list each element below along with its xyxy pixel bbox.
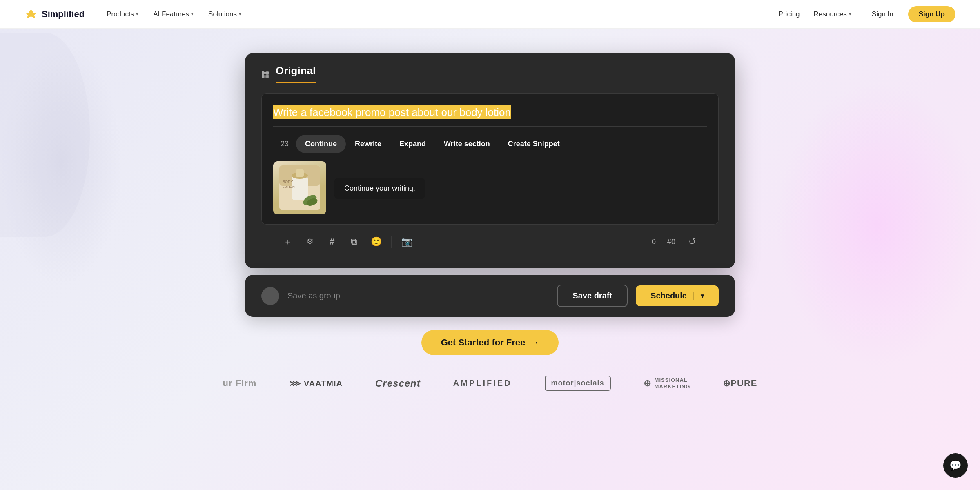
ai-features-chevron-icon: ▾ — [191, 11, 194, 17]
nav-solutions[interactable]: Solutions ▾ — [203, 7, 247, 22]
missional-label: MISSIONALMARKETING — [655, 377, 690, 390]
nav-resources[interactable]: Resources ▾ — [808, 7, 857, 22]
create-snippet-button[interactable]: Create Snippet — [499, 135, 569, 153]
layers-icon[interactable]: ⧉ — [344, 232, 364, 252]
lotion-illustration: BODY LOTION — [275, 163, 324, 212]
schedule-label: Schedule — [650, 291, 693, 301]
add-icon[interactable]: ＋ — [278, 232, 298, 252]
hash-count: #0 — [662, 238, 680, 246]
save-draft-button[interactable]: Save draft — [557, 285, 628, 307]
chat-icon: 💬 — [949, 460, 962, 471]
brand-missional: ⊕ MISSIONALMARKETING — [644, 377, 690, 390]
icons-row: ＋ ❄ # ⧉ 🙂 📷 0 #0 ↺ — [261, 225, 719, 258]
toolbar-row: 23 Continue Rewrite Expand Write section… — [273, 126, 707, 153]
aatmia-wing-icon: ⋙ — [289, 379, 301, 388]
solutions-chevron-icon: ▾ — [239, 11, 241, 17]
svg-marker-0 — [25, 9, 37, 18]
brand-motorsocials: motor|socials — [545, 376, 611, 391]
brand-aatmia: ⋙ VAATMIA — [289, 379, 343, 388]
snowflake-icon[interactable]: ❄ — [300, 232, 320, 252]
hashtag-icon[interactable]: # — [322, 232, 342, 252]
brand-crescent: Crescent — [375, 378, 421, 389]
navbar: Simplified Products ▾ AI Features ▾ Solu… — [0, 0, 980, 29]
navbar-right: Pricing Resources ▾ Sign In Sign Up — [779, 6, 956, 22]
schedule-chevron-icon[interactable]: ▾ — [693, 292, 704, 300]
undo-icon[interactable]: ↺ — [682, 232, 702, 252]
products-chevron-icon: ▾ — [136, 11, 138, 17]
cta-label: Get Started for Free — [441, 337, 526, 348]
navbar-left: Simplified Products ▾ AI Features ▾ Solu… — [24, 7, 247, 22]
continue-button[interactable]: Continue — [296, 135, 346, 153]
brand-firm: ur Firm — [223, 378, 257, 389]
brands-row: ur Firm ⋙ VAATMIA Crescent AMPLIFIED mot… — [198, 376, 782, 391]
save-group-toggle[interactable] — [261, 287, 279, 305]
product-image: BODY LOTION — [273, 161, 326, 214]
write-section-button[interactable]: Write section — [435, 135, 499, 153]
brand-name: Simplified — [42, 9, 85, 20]
editor-body: Write a facebook promo post about our bo… — [245, 83, 735, 268]
camera-icon[interactable]: 📷 — [396, 232, 417, 252]
prompt-area: Write a facebook promo post about our bo… — [261, 93, 719, 225]
save-group-label: Save as group — [287, 291, 549, 301]
editor-title: Original — [276, 65, 316, 83]
missional-icon: ⊕ — [644, 378, 651, 389]
nav-links: Products ▾ AI Features ▾ Solutions ▾ — [101, 7, 247, 22]
signup-button[interactable]: Sign Up — [908, 6, 956, 22]
tooltip-box: Continue your writing. — [334, 178, 425, 199]
emoji-icon[interactable]: 🙂 — [366, 232, 386, 252]
character-count: 0 — [647, 238, 661, 246]
cta-arrow-icon: → — [530, 337, 539, 348]
chat-bubble[interactable]: 💬 — [943, 453, 968, 478]
bottom-bar: Save as group Save draft Schedule ▾ — [245, 275, 735, 317]
resources-chevron-icon: ▾ — [849, 11, 851, 17]
product-image-inner: BODY LOTION — [273, 161, 326, 214]
nav-pricing[interactable]: Pricing — [779, 10, 800, 18]
logo[interactable]: Simplified — [24, 8, 85, 21]
prompt-text[interactable]: Write a facebook promo post about our bo… — [273, 105, 511, 119]
word-count: 23 — [273, 136, 296, 152]
brand-amplified: AMPLIFIED — [453, 379, 512, 388]
svg-text:BODY: BODY — [283, 180, 293, 184]
svg-text:LOTION: LOTION — [283, 185, 295, 189]
main-content: ▦ Original Write a facebook promo post a… — [0, 29, 980, 391]
expand-button[interactable]: Expand — [390, 135, 435, 153]
tooltip-area: BODY LOTION Continue your writing. — [273, 153, 707, 224]
editor-header: ▦ Original — [245, 53, 735, 83]
prompt-text-container: Write a facebook promo post about our bo… — [273, 105, 707, 120]
schedule-button[interactable]: Schedule ▾ — [636, 285, 719, 306]
nav-ai-features[interactable]: AI Features ▾ — [147, 7, 199, 22]
document-icon: ▦ — [261, 69, 270, 79]
icon-separator — [391, 236, 392, 248]
cta-container: Get Started for Free → — [421, 330, 559, 355]
pure-icon: ⊕ — [723, 378, 731, 388]
svg-rect-5 — [296, 169, 304, 177]
rewrite-button[interactable]: Rewrite — [346, 135, 390, 153]
logo-icon — [24, 8, 38, 21]
cta-button[interactable]: Get Started for Free → — [421, 330, 559, 355]
brand-pure: ⊕PURE — [723, 378, 757, 389]
signin-button[interactable]: Sign In — [865, 7, 900, 22]
nav-products[interactable]: Products ▾ — [101, 7, 144, 22]
editor-card: ▦ Original Write a facebook promo post a… — [245, 53, 735, 268]
